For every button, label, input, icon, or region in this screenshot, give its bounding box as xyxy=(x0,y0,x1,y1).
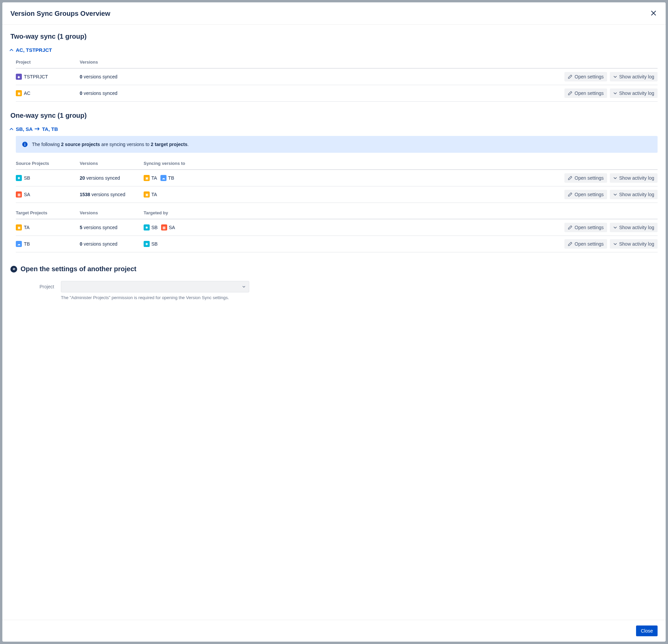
modal-footer: Close xyxy=(2,620,666,642)
chevron-down-icon xyxy=(613,75,617,79)
chevron-down-icon xyxy=(613,193,617,196)
project-select[interactable] xyxy=(61,281,249,293)
show-activity-log-button[interactable]: Show activity log xyxy=(610,89,657,98)
info-banner: The following 2 source projects are sync… xyxy=(16,136,657,153)
show-activity-log-button[interactable]: Show activity log xyxy=(610,190,657,199)
project-icon: ◆ xyxy=(16,74,22,80)
modal-body: Two-way sync (1 group) AC, TSTPRJCT Proj… xyxy=(2,25,666,620)
project-name: TSTPRJCT xyxy=(24,74,48,79)
project-icon: ✱ xyxy=(143,224,150,230)
chevron-up-icon xyxy=(9,47,14,53)
arrow-right-icon xyxy=(35,126,40,132)
modal-header: Version Sync Groups Overview xyxy=(2,2,666,25)
chevron-up-icon xyxy=(9,126,14,132)
project-icon: ▣ xyxy=(143,175,150,181)
table-row: ☁ TB 0 versions synced ✱SB Open settings… xyxy=(16,236,657,252)
chevron-down-icon xyxy=(242,285,245,288)
open-settings-button[interactable]: Open settings xyxy=(564,239,607,249)
project-name: TA xyxy=(24,225,30,230)
show-activity-log-button[interactable]: Show activity log xyxy=(610,223,657,232)
pencil-icon xyxy=(568,225,573,230)
col-header-targeted-by: Targeted by xyxy=(143,210,657,215)
project-name: SB xyxy=(24,175,30,181)
chevron-down-icon xyxy=(613,242,617,246)
chevron-down-icon xyxy=(613,225,617,229)
pencil-icon xyxy=(568,91,573,95)
project-icon: ▣ xyxy=(16,224,22,230)
pencil-icon xyxy=(568,74,573,79)
target-chip: ▣TA xyxy=(143,192,157,197)
one-way-group-toggle[interactable]: SB, SA TA, TB xyxy=(9,126,657,132)
project-icon: ▣ xyxy=(143,192,150,197)
versions-cell: 0 versions synced xyxy=(80,90,143,96)
project-icon: ▦ xyxy=(161,224,167,230)
one-way-group-right: TA, TB xyxy=(42,126,58,132)
open-settings-button[interactable]: Open settings xyxy=(564,89,607,98)
project-icon: ▦ xyxy=(16,192,22,197)
project-icon: ▣ xyxy=(16,90,22,96)
project-icon: ☁ xyxy=(161,175,167,181)
modal-title: Version Sync Groups Overview xyxy=(11,10,110,17)
show-activity-log-button[interactable]: Show activity log xyxy=(610,72,657,81)
permission-hint: The "Administer Projects" permission is … xyxy=(61,295,657,300)
versions-cell: 20 versions synced xyxy=(80,175,143,181)
project-label: Project xyxy=(31,284,54,289)
project-name: SA xyxy=(24,192,30,197)
versions-cell: 5 versions synced xyxy=(80,225,143,230)
project-name: AC xyxy=(24,90,30,96)
source-projects-table: Source Projects Versions Syncing version… xyxy=(16,158,657,252)
table-header: Project Versions xyxy=(16,57,657,69)
link-icon xyxy=(11,266,17,272)
versions-cell: 0 versions synced xyxy=(80,241,143,246)
col-header-target: Target Projects xyxy=(16,210,80,215)
target-chip: ▣TA xyxy=(143,175,157,181)
col-header-versions: Versions xyxy=(80,60,143,64)
open-settings-button[interactable]: Open settings xyxy=(564,190,607,199)
svg-point-1 xyxy=(25,143,25,144)
table-row: ◆ TSTPRJCT 0 versions synced Open settin… xyxy=(16,69,657,85)
open-another-header: Open the settings of another project xyxy=(11,265,657,273)
project-icon: ☁ xyxy=(16,241,22,247)
svg-rect-2 xyxy=(25,144,25,146)
two-way-section-title: Two-way sync (1 group) xyxy=(11,33,657,40)
show-activity-log-button[interactable]: Show activity log xyxy=(610,239,657,249)
chevron-down-icon xyxy=(613,176,617,180)
table-row: ✱ SB 20 versions synced ▣TA ☁TB Open set… xyxy=(16,170,657,186)
col-header-syncing: Syncing versions to xyxy=(143,161,657,166)
source-chip: ▦SA xyxy=(161,224,175,230)
close-icon[interactable] xyxy=(650,9,657,19)
close-button[interactable]: Close xyxy=(636,626,657,636)
two-way-group-label: AC, TSTPRJCT xyxy=(16,47,52,53)
col-header-project: Project xyxy=(16,60,80,64)
info-icon xyxy=(22,141,28,147)
open-settings-button[interactable]: Open settings xyxy=(564,223,607,232)
open-another-project-section: Open the settings of another project Pro… xyxy=(11,265,657,300)
open-settings-button[interactable]: Open settings xyxy=(564,173,607,183)
project-icon: ✱ xyxy=(16,175,22,181)
one-way-group-left: SB, SA xyxy=(16,126,33,132)
source-chip: ✱SB xyxy=(143,224,158,230)
open-settings-button[interactable]: Open settings xyxy=(564,72,607,81)
project-icon: ✱ xyxy=(143,241,150,247)
target-chip: ☁TB xyxy=(161,175,174,181)
versions-cell: 0 versions synced xyxy=(80,74,143,79)
show-activity-log-button[interactable]: Show activity log xyxy=(610,173,657,183)
col-header-source: Source Projects xyxy=(16,161,80,166)
modal-dialog: Version Sync Groups Overview Two-way syn… xyxy=(2,2,666,642)
pencil-icon xyxy=(568,192,573,197)
table-row: ▣ TA 5 versions synced ✱SB ▦SA Open sett… xyxy=(16,219,657,236)
pencil-icon xyxy=(568,176,573,180)
table-header: Source Projects Versions Syncing version… xyxy=(16,158,657,170)
source-chip: ✱SB xyxy=(143,241,158,247)
col-header-versions: Versions xyxy=(80,210,143,215)
table-row: ▦ SA 1538 versions synced ▣TA Open setti… xyxy=(16,186,657,203)
chevron-down-icon xyxy=(613,91,617,95)
table-row: ▣ AC 0 versions synced Open settings Sho… xyxy=(16,85,657,102)
two-way-group-toggle[interactable]: AC, TSTPRJCT xyxy=(9,47,657,53)
one-way-section-title: One-way sync (1 group) xyxy=(11,112,657,119)
project-select-row: Project xyxy=(31,281,657,293)
versions-cell: 1538 versions synced xyxy=(80,192,143,197)
project-name: TB xyxy=(24,241,30,246)
col-header-versions: Versions xyxy=(80,161,143,166)
pencil-icon xyxy=(568,242,573,246)
